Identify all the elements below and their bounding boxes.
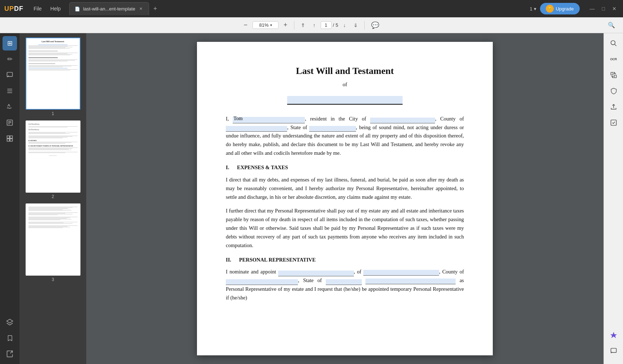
thumb-frame-3 bbox=[26, 203, 80, 276]
section-1-paragraph-2: I further direct that my Personal Repres… bbox=[226, 207, 464, 250]
help-menu[interactable]: Help bbox=[46, 4, 65, 13]
thumbnail-1[interactable]: Last Will and Testament bbox=[26, 38, 80, 116]
thumb-content-1: Last Will and Testament bbox=[26, 38, 80, 109]
tab-close-button[interactable]: ✕ bbox=[138, 6, 144, 12]
comment-tool-button[interactable]: 💬 bbox=[368, 20, 382, 31]
sidebar-pages-icon[interactable]: ⊞ bbox=[3, 36, 17, 51]
sidebar-bookmark-icon[interactable] bbox=[3, 331, 17, 345]
right-sidebar: OCR bbox=[604, 33, 623, 364]
tab-label: last-will-an...ent-template bbox=[83, 6, 135, 12]
section-2-title: PERSONAL REPRESENTATIVE bbox=[239, 257, 316, 263]
rep-city-field[interactable] bbox=[363, 270, 439, 276]
main-content: ⊞ ✏ bbox=[0, 33, 623, 364]
thumb-num-3: 3 bbox=[52, 277, 54, 282]
sidebar-list-icon[interactable] bbox=[3, 84, 17, 98]
page-indicator-dropdown[interactable]: ▾ bbox=[534, 6, 536, 12]
convert-icon[interactable] bbox=[606, 68, 621, 82]
testator-name-field[interactable]: Tom bbox=[233, 117, 305, 123]
intro-paragraph: I, Tom, resident in the City of , County… bbox=[226, 115, 464, 158]
upgrade-label: Upgrade bbox=[556, 6, 574, 12]
last-page-button[interactable]: ⇓ bbox=[351, 21, 361, 30]
next-page-button[interactable]: ↓ bbox=[340, 21, 348, 30]
section-1-title: EXPENSES & TAXES bbox=[237, 165, 288, 170]
thumb-frame-1: Last Will and Testament bbox=[26, 38, 80, 110]
tab-bar: 📄 last-will-an...ent-template ✕ + bbox=[69, 2, 530, 15]
sidebar-edit-icon[interactable]: ✏ bbox=[3, 52, 17, 66]
thumb-num-1: 1 bbox=[52, 111, 54, 116]
section-1-num: I. bbox=[226, 165, 229, 170]
thumb-content-3 bbox=[26, 204, 80, 275]
svg-point-15 bbox=[611, 41, 615, 45]
total-pages: 5 bbox=[335, 22, 338, 28]
svg-rect-20 bbox=[611, 120, 616, 126]
title-name-field-container bbox=[226, 96, 464, 105]
top-right-controls: 1 ▾ 😊 Upgrade — □ ✕ bbox=[530, 3, 619, 14]
svg-rect-11 bbox=[7, 139, 10, 141]
svg-line-14 bbox=[10, 351, 13, 354]
document-subtitle: of bbox=[226, 80, 464, 89]
upgrade-button[interactable]: 😊 Upgrade bbox=[540, 3, 580, 14]
export-icon[interactable] bbox=[606, 100, 621, 114]
new-tab-button[interactable]: + bbox=[151, 4, 159, 13]
svg-rect-0 bbox=[7, 73, 13, 77]
ai-icon[interactable] bbox=[606, 328, 621, 342]
security-icon[interactable] bbox=[606, 84, 621, 98]
zoom-level-text: 81% bbox=[259, 22, 269, 28]
zoom-in-button[interactable]: + bbox=[281, 20, 290, 30]
prev-page-button[interactable]: ↑ bbox=[310, 21, 319, 30]
rep-county-field[interactable] bbox=[226, 279, 298, 285]
state-field[interactable] bbox=[309, 126, 356, 132]
check-icon[interactable] bbox=[606, 115, 621, 130]
svg-rect-18 bbox=[614, 75, 616, 78]
top-bar: UPDF File Help 📄 last-will-an...ent-temp… bbox=[0, 0, 623, 17]
ocr-icon[interactable]: OCR bbox=[606, 52, 621, 66]
first-page-button[interactable]: ⇑ bbox=[298, 21, 308, 30]
document-body: I, Tom, resident in the City of , County… bbox=[226, 115, 464, 303]
minimize-button[interactable]: — bbox=[588, 5, 597, 12]
pdf-page: Last Will and Testament of I, Tom, resid… bbox=[197, 42, 493, 355]
section-2-heading: II. PERSONAL REPRESENTATIVE bbox=[226, 256, 464, 264]
window-controls: — □ ✕ bbox=[588, 5, 619, 12]
thumb-frame-2: 2nd Beneficiary 3rd Beneficiary III. DEV… bbox=[26, 120, 80, 193]
toolbar-divider-1 bbox=[294, 21, 294, 30]
sidebar-comment-icon[interactable] bbox=[3, 68, 17, 82]
page-separator: / bbox=[333, 22, 334, 28]
sidebar-attachment-icon[interactable] bbox=[3, 347, 17, 361]
close-button[interactable]: ✕ bbox=[610, 5, 619, 12]
tab-document[interactable]: 📄 last-will-an...ent-template ✕ bbox=[69, 2, 149, 15]
tab-doc-icon: 📄 bbox=[75, 6, 80, 12]
file-menu[interactable]: File bbox=[29, 4, 46, 13]
current-page-indicator: 1 bbox=[530, 6, 532, 12]
page-navigation: 1 ▾ bbox=[530, 6, 536, 12]
sidebar-form-icon[interactable] bbox=[3, 115, 17, 130]
section-1-paragraph-1: I direct that all my debts, and expenses… bbox=[226, 176, 464, 202]
thumbnail-2[interactable]: 2nd Beneficiary 3rd Beneficiary III. DEV… bbox=[26, 120, 80, 199]
left-sidebar: ⊞ ✏ bbox=[0, 33, 19, 364]
thumb-content-2: 2nd Beneficiary 3rd Beneficiary III. DEV… bbox=[26, 121, 80, 192]
toolbar: − 81% ▾ + ⇑ ↑ / 5 ↓ ⇓ 💬 🔍 bbox=[0, 17, 623, 33]
testator-name-value: Tom bbox=[233, 114, 242, 123]
zoom-display: 81% ▾ bbox=[253, 21, 278, 29]
sidebar-organize-icon[interactable] bbox=[3, 131, 17, 146]
maximize-button[interactable]: □ bbox=[600, 5, 607, 12]
rep-name-field[interactable] bbox=[278, 271, 354, 276]
search-button[interactable]: 🔍 bbox=[605, 20, 618, 30]
svg-marker-13 bbox=[7, 319, 13, 323]
pdf-viewer[interactable]: Last Will and Testament of I, Tom, resid… bbox=[86, 33, 604, 364]
thumb-num-2: 2 bbox=[52, 194, 54, 199]
rep-address-field[interactable] bbox=[365, 279, 456, 284]
rep-state-field[interactable] bbox=[326, 279, 362, 285]
page-number-input[interactable] bbox=[321, 21, 332, 29]
document-title: Last Will and Testament bbox=[226, 63, 464, 79]
zoom-dropdown-icon[interactable]: ▾ bbox=[270, 23, 272, 27]
sidebar-layers-icon[interactable] bbox=[3, 315, 17, 329]
thumbnail-3[interactable]: 3 bbox=[26, 203, 80, 282]
search-right-icon[interactable] bbox=[606, 36, 621, 51]
zoom-out-button[interactable]: − bbox=[241, 20, 251, 30]
sidebar-sign-icon[interactable] bbox=[3, 100, 17, 114]
svg-rect-10 bbox=[10, 136, 13, 139]
county-field[interactable] bbox=[226, 126, 287, 132]
comment-right-icon[interactable] bbox=[606, 344, 621, 358]
title-name-field[interactable] bbox=[287, 96, 403, 105]
city-field[interactable] bbox=[370, 118, 435, 123]
